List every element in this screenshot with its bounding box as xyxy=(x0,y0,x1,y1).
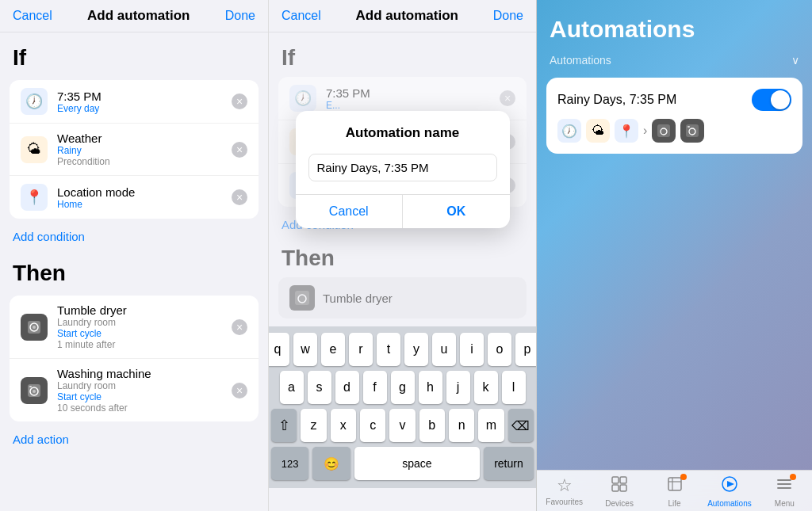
devices-icon xyxy=(611,475,628,498)
condition-location-text: Location mode Home xyxy=(57,185,232,210)
dialog-ok-button[interactable]: OK xyxy=(403,195,510,228)
svg-point-5 xyxy=(33,390,36,393)
remove-weather-btn[interactable]: × xyxy=(232,142,247,158)
condition-weather[interactable]: 🌤 Weather Rainy Precondition × xyxy=(10,124,259,176)
nav-title-1: Add automation xyxy=(87,8,190,24)
auto-location-icon: 📍 xyxy=(615,119,638,143)
menu-icon xyxy=(776,475,793,498)
tumble-dryer-action: Start cycle xyxy=(57,328,232,339)
dialog-overlay: Automation name Cancel OK xyxy=(269,0,536,511)
devices-label: Devices xyxy=(605,499,634,508)
panel-add-automation-2: Cancel Add automation Done If 🕖 7:35 PM … xyxy=(268,0,536,511)
svg-rect-16 xyxy=(612,485,619,491)
tumble-dryer-icon xyxy=(21,314,48,341)
location-title: Location mode xyxy=(57,185,232,199)
favourites-icon: ☆ xyxy=(557,475,573,496)
done-button-1[interactable]: Done xyxy=(225,9,255,23)
automations-sub-row: Automations ∨ xyxy=(537,49,812,74)
tab-favourites[interactable]: ☆ Favourites xyxy=(537,475,592,508)
weather-subtitle2: Precondition xyxy=(57,156,232,167)
washing-machine-action: Start cycle xyxy=(57,391,232,402)
automation-card-title: Rainy Days, 7:35 PM xyxy=(557,93,676,107)
chevron-down-icon[interactable]: ∨ xyxy=(791,54,799,67)
condition-weather-text: Weather Rainy Precondition xyxy=(57,132,232,167)
dialog-cancel-button[interactable]: Cancel xyxy=(296,195,404,228)
toggle-knob xyxy=(771,90,790,109)
panel-automations: Automations Automations ∨ Rainy Days, 7:… xyxy=(536,0,812,511)
then-section-header: Then xyxy=(0,261,268,296)
spacer xyxy=(537,157,812,470)
life-label: Life xyxy=(668,499,680,508)
add-action-link[interactable]: Add action xyxy=(0,421,268,457)
content-area-1: If 🕖 7:35 PM Every day × 🌤 Weather Rainy… xyxy=(0,32,268,511)
remove-time-btn[interactable]: × xyxy=(232,93,247,109)
action-washing-machine-text: Washing machine Laundry room Start cycle… xyxy=(57,367,232,414)
auto-time-icon: 🕖 xyxy=(557,119,581,143)
time-title: 7:35 PM xyxy=(57,90,232,103)
panel-add-automation-1: Cancel Add automation Done If 🕖 7:35 PM … xyxy=(0,0,268,511)
condition-time-text: 7:35 PM Every day xyxy=(57,90,232,114)
nav-bar-1: Cancel Add automation Done xyxy=(0,0,268,32)
auto-washer-icon xyxy=(680,119,704,143)
automation-icons-row: 🕖 🌤 📍 › xyxy=(557,119,791,143)
tab-automations[interactable]: Automations xyxy=(702,475,756,508)
dialog-input-wrapper xyxy=(296,147,510,194)
automations-header: Automations xyxy=(537,0,812,49)
automations-page-title: Automations xyxy=(550,16,799,43)
dialog-buttons: Cancel OK xyxy=(296,194,510,228)
action-washing-machine[interactable]: Washing machine Laundry room Start cycle… xyxy=(10,359,259,421)
tab-life[interactable]: Life xyxy=(647,475,702,508)
if-section-header: If xyxy=(0,45,268,80)
cancel-button-1[interactable]: Cancel xyxy=(13,9,52,23)
favourites-label: Favourites xyxy=(546,498,583,506)
weather-subtitle: Rainy xyxy=(57,145,232,156)
automations-sub-label: Automations xyxy=(550,54,611,67)
location-subtitle: Home xyxy=(57,199,232,210)
automation-card-header: Rainy Days, 7:35 PM xyxy=(557,89,791,111)
tumble-dryer-room: Laundry room xyxy=(57,317,232,328)
auto-dryer-icon xyxy=(652,119,676,143)
life-badge xyxy=(680,474,687,480)
action-tumble-dryer-text: Tumble dryer Laundry room Start cycle 1 … xyxy=(57,303,232,350)
remove-tumble-dryer-btn[interactable]: × xyxy=(232,319,247,335)
automations-tab-label: Automations xyxy=(707,499,752,508)
weather-title: Weather xyxy=(57,132,232,145)
add-condition-link[interactable]: Add condition xyxy=(0,219,268,254)
svg-rect-18 xyxy=(668,478,681,490)
condition-location[interactable]: 📍 Location mode Home × xyxy=(10,176,259,219)
svg-rect-13 xyxy=(688,126,690,128)
svg-rect-14 xyxy=(612,477,619,483)
condition-time[interactable]: 🕖 7:35 PM Every day × xyxy=(10,80,259,124)
time-icon: 🕖 xyxy=(21,88,48,115)
washing-machine-timing: 10 seconds after xyxy=(57,402,232,414)
conditions-list: 🕖 7:35 PM Every day × 🌤 Weather Rainy Pr… xyxy=(10,80,259,219)
automation-name-input[interactable] xyxy=(308,154,497,181)
tumble-dryer-title: Tumble dryer xyxy=(57,303,232,317)
menu-badge xyxy=(790,474,796,480)
arrow-right-icon: › xyxy=(643,124,647,138)
auto-weather-icon: 🌤 xyxy=(586,119,610,143)
tumble-dryer-timing: 1 minute after xyxy=(57,339,232,350)
svg-rect-6 xyxy=(29,386,32,387)
tab-devices[interactable]: Devices xyxy=(592,475,646,508)
action-tumble-dryer[interactable]: Tumble dryer Laundry room Start cycle 1 … xyxy=(10,296,259,359)
menu-label: Menu xyxy=(775,499,795,508)
svg-rect-17 xyxy=(620,485,626,491)
life-icon xyxy=(666,475,684,498)
remove-location-btn[interactable]: × xyxy=(232,189,247,205)
remove-washing-machine-btn[interactable]: × xyxy=(232,383,247,399)
weather-icon: 🌤 xyxy=(21,136,48,163)
time-subtitle: Every day xyxy=(57,103,232,114)
svg-marker-22 xyxy=(727,481,734,487)
automation-card[interactable]: Rainy Days, 7:35 PM 🕖 🌤 📍 › xyxy=(546,78,802,154)
automations-icon xyxy=(721,475,738,498)
svg-rect-15 xyxy=(620,477,626,483)
washing-machine-icon xyxy=(21,377,48,404)
automation-toggle[interactable] xyxy=(752,89,791,111)
tab-bar: ☆ Favourites Devices Life Automations xyxy=(537,470,812,511)
automation-name-dialog: Automation name Cancel OK xyxy=(296,111,510,228)
tab-menu[interactable]: Menu xyxy=(757,475,812,508)
dialog-title: Automation name xyxy=(296,111,510,147)
washing-machine-room: Laundry room xyxy=(57,380,232,391)
location-icon: 📍 xyxy=(21,184,48,211)
